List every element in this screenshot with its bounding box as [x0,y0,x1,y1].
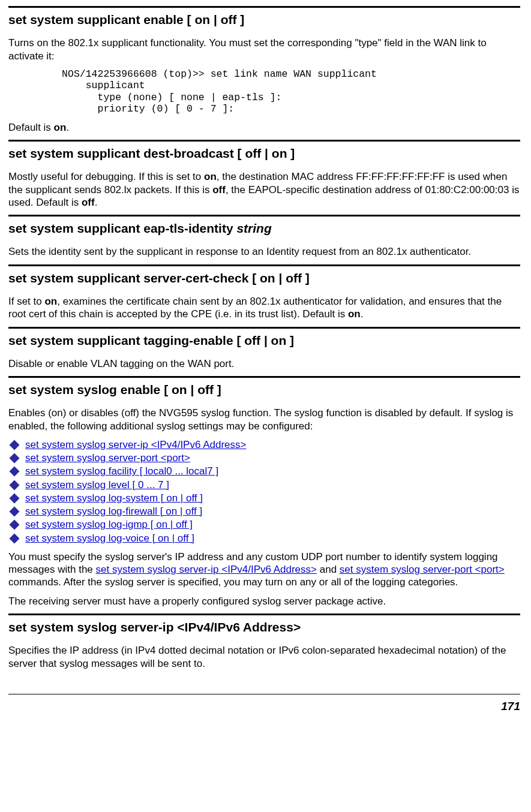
heading-supplicant-enable: set system supplicant enable [ on | off … [8,11,520,28]
list-item: set system syslog level [ 0 ... 7 ] [8,479,520,491]
list-item: set system syslog server-port <port> [8,452,520,464]
list-item: set system syslog log-voice [ on | off ] [8,532,520,545]
page-top-rule [8,6,520,8]
section-divider [8,215,520,216]
section-divider [8,613,520,615]
diamond-bullet-icon [10,467,20,477]
link-syslog-log-system[interactable]: set system syslog log-system [ on | off … [25,492,203,504]
para-syslog-receiver: The receiving server must have a properl… [8,595,520,608]
link-syslog-level[interactable]: set system syslog level [ 0 ... 7 ] [25,479,169,491]
diamond-bullet-icon [10,493,20,503]
heading-syslog-server-ip: set system syslog server-ip <IPv4/IPv6 A… [8,619,520,636]
para-syslog-server-ip: Specifies the IP address (in IPv4 dotted… [8,644,520,670]
link-inline-server-port[interactable]: set system syslog server-port <port> [340,564,505,575]
list-item: set system syslog log-firewall [ on | of… [8,505,520,518]
diamond-bullet-icon [10,440,20,450]
footer-rule [8,694,520,694]
diamond-bullet-icon [10,533,20,543]
para-supplicant-enable-default: Default is on. [8,121,520,134]
diamond-bullet-icon [10,453,20,464]
code-block-supplicant: NOS/142253966608 (top)>> set link name W… [8,68,520,115]
para-dest-broadcast: Mostly useful for debugging. If this is … [8,170,520,209]
para-syslog-enable-intro: Enables (on) or disables (off) the NVG59… [8,407,520,432]
diamond-bullet-icon [10,480,20,490]
heading-eap-tls-identity: set system supplicant eap-tls-identity s… [8,220,520,237]
heading-tagging-enable: set system supplicant tagging-enable [ o… [8,332,520,349]
diamond-bullet-icon [10,507,20,517]
list-item: set system syslog server-ip <IPv4/IPv6 A… [8,438,520,451]
list-item: set system syslog log-igmp [ on | off ] [8,518,520,531]
diamond-bullet-icon [10,520,20,530]
section-divider [8,327,520,329]
section-divider [8,264,520,266]
syslog-links-list: set system syslog server-ip <IPv4/IPv6 A… [8,438,520,545]
para-syslog-specify: You must specify the syslog server's IP … [8,551,520,589]
page-number: 171 [8,699,520,714]
heading-dest-broadcast: set system supplicant dest-broadcast [ o… [8,145,520,162]
link-syslog-server-port[interactable]: set system syslog server-port <port> [25,452,190,464]
section-divider [8,376,520,378]
heading-syslog-enable: set system syslog enable [ on | off ] [8,381,520,398]
para-server-cert-check: If set to on, examines the certificate c… [8,295,520,321]
link-inline-server-ip[interactable]: set system syslog server-ip <IPv4/IPv6 A… [96,564,317,575]
link-syslog-log-firewall[interactable]: set system syslog log-firewall [ on | of… [25,505,202,518]
list-item: set system syslog facility [ local0 ... … [8,465,520,477]
list-item: set system syslog log-system [ on | off … [8,492,520,504]
para-tagging-enable: Disable or enable VLAN tagging on the WA… [8,357,520,370]
heading-server-cert-check: set system supplicant server-cert-check … [8,270,520,287]
link-syslog-log-igmp[interactable]: set system syslog log-igmp [ on | off ] [25,518,193,531]
section-divider [8,140,520,142]
link-syslog-facility[interactable]: set system syslog facility [ local0 ... … [25,465,218,477]
para-supplicant-enable-intro: Turns on the 802.1x supplicant functiona… [8,37,520,62]
para-eap-tls-identity: Sets the identity sent by the supplicant… [8,245,520,258]
link-syslog-server-ip[interactable]: set system syslog server-ip <IPv4/IPv6 A… [25,438,246,451]
link-syslog-log-voice[interactable]: set system syslog log-voice [ on | off ] [25,532,194,545]
